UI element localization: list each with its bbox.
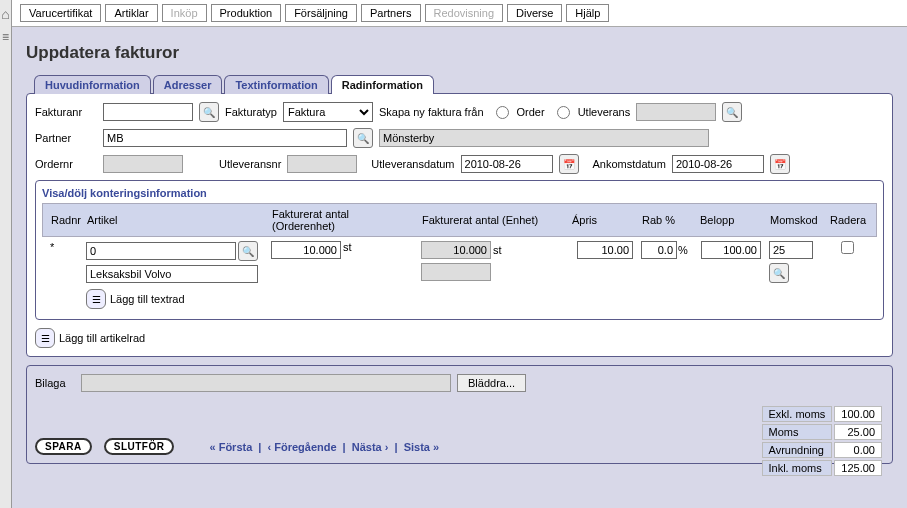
tab-radinformation[interactable]: Radinformation: [331, 75, 434, 94]
utleveransdatum-label: Utleveransdatum: [371, 158, 454, 170]
moms-search-icon[interactable]: 🔍: [769, 263, 789, 283]
hdr-enhet: Fakturerat antal (Enhet): [418, 214, 568, 226]
hdr-orderenhet: Fakturerat antal (Orderenhet): [268, 208, 418, 232]
totals-table: Exkl. moms100.00 Moms25.00 Avrundning0.0…: [760, 404, 885, 478]
fakturanr-input[interactable]: [103, 103, 193, 121]
menu-hjalp[interactable]: Hjälp: [566, 4, 609, 22]
partner-search-icon[interactable]: 🔍: [353, 128, 373, 148]
grid-row: * 🔍 ☰ Lägg till textrad: [42, 237, 877, 313]
nav-next[interactable]: Nästa ›: [349, 441, 392, 453]
menu-redovisning: Redovisning: [425, 4, 504, 22]
page-title: Uppdatera fakturor: [26, 43, 893, 63]
utleveransdatum-input[interactable]: [461, 155, 553, 173]
partner-label: Partner: [35, 132, 97, 144]
skapa-order-radio[interactable]: [496, 106, 509, 119]
skapa-search-icon[interactable]: 🔍: [722, 102, 742, 122]
apris-input[interactable]: [577, 241, 633, 259]
avrund-label: Avrundning: [762, 442, 833, 458]
order-qty-input[interactable]: [271, 241, 341, 259]
artikel-name-input[interactable]: [86, 265, 258, 283]
inkl-val: 125.00: [834, 460, 882, 476]
artikel-search-icon[interactable]: 🔍: [238, 241, 258, 261]
utleveransdatum-calendar-icon[interactable]: 📅: [559, 154, 579, 174]
bilaga-label: Bilaga: [35, 377, 75, 389]
grid-header: Radnr Artikel Fakturerat antal (Orderenh…: [42, 203, 877, 237]
hdr-rab: Rab %: [638, 214, 696, 226]
top-menu: Varucertifikat Artiklar Inköp Produktion…: [12, 0, 907, 27]
menu-artiklar[interactable]: Artiklar: [105, 4, 157, 22]
tab-textinformation[interactable]: Textinformation: [224, 75, 328, 94]
inkl-label: Inkl. moms: [762, 460, 833, 476]
rab-unit: %: [678, 244, 688, 256]
add-artikelrad-label: Lägg till artikelrad: [59, 332, 145, 344]
utleverans-label: Utleverans: [578, 106, 631, 118]
browse-button[interactable]: Bläddra...: [457, 374, 526, 392]
partner-name-display: [379, 129, 709, 147]
skapa-label: Skapa ny faktura från: [379, 106, 484, 118]
spara-button[interactable]: SPARA: [35, 438, 92, 455]
partner-code-input[interactable]: [103, 129, 347, 147]
moms-input[interactable]: [769, 241, 813, 259]
rab-input[interactable]: [641, 241, 677, 259]
utleveransnr-input: [287, 155, 357, 173]
ankomstdatum-input[interactable]: [672, 155, 764, 173]
menu-diverse[interactable]: Diverse: [507, 4, 562, 22]
ordernr-label: Ordernr: [35, 158, 97, 170]
moms-val: 25.00: [834, 424, 882, 440]
menu-forsaljning[interactable]: Försäljning: [285, 4, 357, 22]
tab-adresser[interactable]: Adresser: [153, 75, 223, 94]
bilaga-input[interactable]: [81, 374, 451, 392]
artikel-code-input[interactable]: [86, 242, 236, 260]
nav-last[interactable]: Sista »: [401, 441, 442, 453]
menu-partners[interactable]: Partners: [361, 4, 421, 22]
hdr-moms: Momskod: [766, 214, 824, 226]
add-textrad-button[interactable]: ☰: [86, 289, 106, 309]
ordernr-input: [103, 155, 183, 173]
toggle-kontering[interactable]: Visa/dölj konteringsinformation: [42, 187, 877, 199]
hdr-artikel: Artikel: [83, 214, 268, 226]
menu-varucertifikat[interactable]: Varucertifikat: [20, 4, 101, 22]
ankomstdatum-calendar-icon[interactable]: 📅: [770, 154, 790, 174]
order-label: Order: [517, 106, 545, 118]
home-icon[interactable]: ⌂: [0, 6, 11, 22]
nav-first[interactable]: « Första: [206, 441, 255, 453]
hdr-apris: Ápris: [568, 214, 638, 226]
moms-label: Moms: [762, 424, 833, 440]
hdr-belopp: Belopp: [696, 214, 766, 226]
skapa-utleverans-radio[interactable]: [557, 106, 570, 119]
add-artikelrad-button[interactable]: ☰: [35, 328, 55, 348]
cell-radnr: *: [46, 241, 82, 253]
fakturatyp-label: Fakturatyp: [225, 106, 277, 118]
fakturanr-label: Fakturanr: [35, 106, 97, 118]
ankomstdatum-label: Ankomstdatum: [593, 158, 666, 170]
radera-checkbox[interactable]: [841, 241, 854, 254]
utleveransnr-label: Utleveransnr: [219, 158, 281, 170]
order-unit: st: [343, 241, 352, 253]
tab-huvudinformation[interactable]: Huvudinformation: [34, 75, 151, 94]
skapa-ref-input[interactable]: [636, 103, 716, 121]
slutfor-button[interactable]: SLUTFÖR: [104, 438, 175, 455]
menu-produktion[interactable]: Produktion: [211, 4, 282, 22]
avrund-val: 0.00: [834, 442, 882, 458]
hdr-radera: Radera: [824, 214, 872, 226]
enhet-unit: st: [493, 244, 502, 256]
menu-inkop: Inköp: [162, 4, 207, 22]
exkl-val: 100.00: [834, 406, 882, 422]
enhet-extra-display: [421, 263, 491, 281]
fakturatyp-select[interactable]: Faktura: [283, 102, 373, 122]
enhet-qty-display: [421, 241, 491, 259]
exkl-label: Exkl. moms: [762, 406, 833, 422]
hdr-radnr: Radnr: [47, 214, 83, 226]
belopp-input[interactable]: [701, 241, 761, 259]
menu-icon[interactable]: ≡: [0, 30, 11, 44]
add-textrad-label: Lägg till textrad: [110, 293, 185, 305]
fakturanr-search-icon[interactable]: 🔍: [199, 102, 219, 122]
nav-prev[interactable]: ‹ Föregående: [264, 441, 339, 453]
